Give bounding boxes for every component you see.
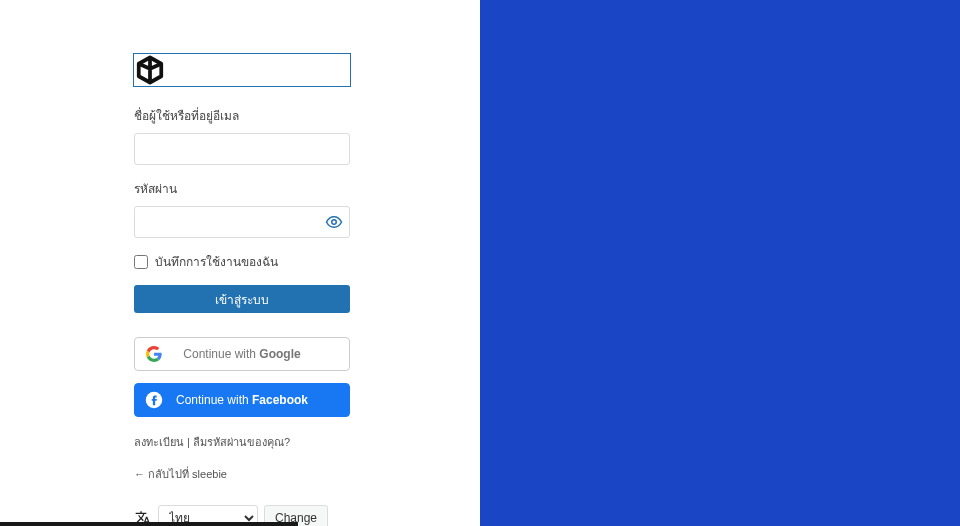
remember-me-row[interactable]: บันทึกการใช้งานของฉัน bbox=[134, 252, 350, 271]
login-form: ชื่อผู้ใช้หรือที่อยู่อีเมล รหัสผ่าน บันท… bbox=[134, 54, 350, 526]
username-input[interactable] bbox=[134, 133, 350, 165]
google-button-label: Continue with Google bbox=[145, 347, 339, 361]
facebook-button-label: Continue with Facebook bbox=[145, 393, 339, 407]
register-link[interactable]: ลงทะเบียน bbox=[134, 436, 184, 448]
brand-logo-icon bbox=[135, 55, 165, 85]
logo-focus-ring bbox=[134, 54, 350, 86]
remember-checkbox[interactable] bbox=[134, 255, 148, 269]
show-password-icon[interactable] bbox=[324, 212, 344, 232]
username-label: ชื่อผู้ใช้หรือที่อยู่อีเมล bbox=[134, 106, 350, 125]
remember-label: บันทึกการใช้งานของฉัน bbox=[155, 252, 278, 271]
password-label: รหัสผ่าน bbox=[134, 179, 350, 198]
forgot-password-link[interactable]: ลืมรหัสผ่านของคุณ? bbox=[193, 436, 290, 448]
secondary-links: ลงทะเบียน | ลืมรหัสผ่านของคุณ? bbox=[134, 433, 350, 451]
submit-button[interactable]: เข้าสู่ระบบ bbox=[134, 285, 350, 313]
continue-with-facebook-button[interactable]: Continue with Facebook bbox=[134, 383, 350, 417]
back-link-row: ← กลับไปที่ sleebie bbox=[134, 465, 350, 483]
bottom-shadow bbox=[0, 522, 298, 526]
password-input[interactable] bbox=[134, 206, 350, 238]
continue-with-google-button[interactable]: Continue with Google bbox=[134, 337, 350, 371]
svg-point-0 bbox=[332, 220, 337, 225]
back-link[interactable]: ← กลับไปที่ sleebie bbox=[134, 468, 227, 480]
hero-panel bbox=[480, 0, 960, 526]
